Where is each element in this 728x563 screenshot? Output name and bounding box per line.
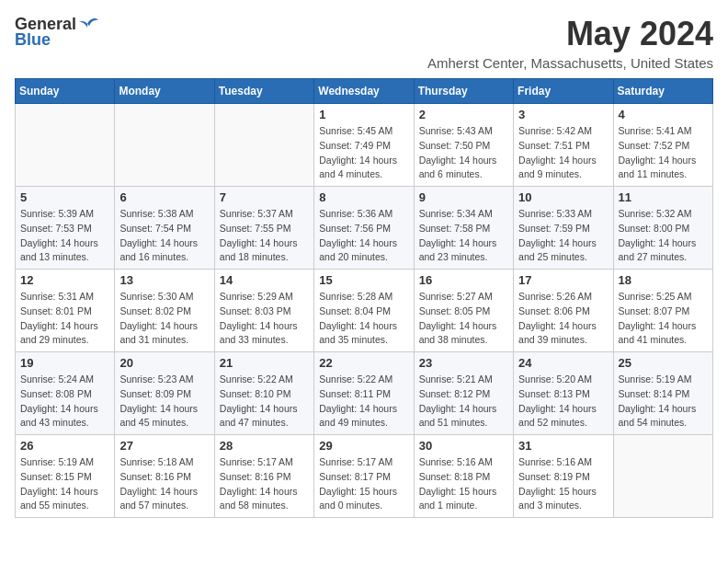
calendar-cell: 27Sunrise: 5:18 AM Sunset: 8:16 PM Dayli… — [115, 435, 214, 518]
day-number: 26 — [20, 439, 109, 453]
day-info: Sunrise: 5:22 AM Sunset: 8:10 PM Dayligh… — [220, 373, 309, 431]
day-info: Sunrise: 5:34 AM Sunset: 7:58 PM Dayligh… — [419, 207, 508, 265]
day-number: 14 — [220, 273, 309, 287]
calendar-cell: 6Sunrise: 5:38 AM Sunset: 7:54 PM Daylig… — [115, 187, 214, 270]
calendar-cell: 9Sunrise: 5:34 AM Sunset: 7:58 PM Daylig… — [414, 187, 513, 270]
calendar-week-row: 12Sunrise: 5:31 AM Sunset: 8:01 PM Dayli… — [16, 270, 713, 352]
day-number: 12 — [20, 273, 109, 287]
calendar-cell: 19Sunrise: 5:24 AM Sunset: 8:08 PM Dayli… — [16, 352, 115, 435]
day-number: 29 — [319, 439, 408, 453]
calendar-cell: 26Sunrise: 5:19 AM Sunset: 8:15 PM Dayli… — [16, 435, 115, 518]
weekday-header-thursday: Thursday — [414, 79, 513, 104]
day-number: 30 — [419, 439, 508, 453]
day-number: 16 — [419, 273, 508, 287]
logo: General Blue — [15, 15, 98, 50]
calendar-cell: 20Sunrise: 5:23 AM Sunset: 8:09 PM Dayli… — [115, 352, 214, 435]
calendar-cell — [16, 104, 115, 187]
calendar-cell: 7Sunrise: 5:37 AM Sunset: 7:55 PM Daylig… — [214, 187, 313, 270]
day-info: Sunrise: 5:16 AM Sunset: 8:18 PM Dayligh… — [419, 455, 508, 513]
calendar-cell — [214, 104, 313, 187]
day-info: Sunrise: 5:33 AM Sunset: 7:59 PM Dayligh… — [518, 207, 608, 265]
calendar-cell: 11Sunrise: 5:32 AM Sunset: 8:00 PM Dayli… — [613, 187, 712, 270]
day-info: Sunrise: 5:45 AM Sunset: 7:49 PM Dayligh… — [319, 124, 408, 182]
day-info: Sunrise: 5:16 AM Sunset: 8:19 PM Dayligh… — [518, 455, 608, 513]
day-number: 6 — [119, 190, 209, 204]
day-number: 7 — [220, 190, 309, 204]
day-info: Sunrise: 5:23 AM Sunset: 8:09 PM Dayligh… — [119, 373, 209, 431]
day-info: Sunrise: 5:30 AM Sunset: 8:02 PM Dayligh… — [119, 290, 209, 348]
day-number: 1 — [319, 108, 408, 121]
calendar-cell: 8Sunrise: 5:36 AM Sunset: 7:56 PM Daylig… — [314, 187, 414, 270]
day-number: 8 — [319, 190, 408, 204]
calendar-cell: 17Sunrise: 5:26 AM Sunset: 8:06 PM Dayli… — [514, 270, 613, 352]
day-number: 24 — [518, 356, 608, 370]
day-info: Sunrise: 5:43 AM Sunset: 7:50 PM Dayligh… — [419, 124, 508, 182]
day-info: Sunrise: 5:17 AM Sunset: 8:16 PM Dayligh… — [220, 455, 309, 513]
calendar-cell — [115, 104, 214, 187]
calendar-cell: 3Sunrise: 5:42 AM Sunset: 7:51 PM Daylig… — [514, 104, 613, 187]
day-info: Sunrise: 5:22 AM Sunset: 8:11 PM Dayligh… — [319, 373, 408, 431]
calendar-cell: 23Sunrise: 5:21 AM Sunset: 8:12 PM Dayli… — [414, 352, 513, 435]
day-number: 20 — [119, 356, 209, 370]
day-number: 2 — [419, 108, 508, 121]
day-number: 17 — [518, 273, 608, 287]
calendar-table: SundayMondayTuesdayWednesdayThursdayFrid… — [15, 78, 713, 518]
day-info: Sunrise: 5:31 AM Sunset: 8:01 PM Dayligh… — [20, 290, 109, 348]
calendar-week-row: 1Sunrise: 5:45 AM Sunset: 7:49 PM Daylig… — [16, 104, 713, 187]
day-number: 31 — [518, 439, 608, 453]
day-number: 22 — [319, 356, 408, 370]
day-info: Sunrise: 5:28 AM Sunset: 8:04 PM Dayligh… — [319, 290, 408, 348]
day-info: Sunrise: 5:17 AM Sunset: 8:17 PM Dayligh… — [319, 455, 408, 513]
calendar-cell: 5Sunrise: 5:39 AM Sunset: 7:53 PM Daylig… — [16, 187, 115, 270]
logo-blue-text: Blue — [15, 30, 51, 50]
calendar-cell: 31Sunrise: 5:16 AM Sunset: 8:19 PM Dayli… — [514, 435, 613, 518]
calendar-cell: 30Sunrise: 5:16 AM Sunset: 8:18 PM Dayli… — [414, 435, 513, 518]
day-number: 18 — [619, 273, 708, 287]
day-number: 23 — [419, 356, 508, 370]
weekday-header-monday: Monday — [115, 79, 214, 104]
day-number: 28 — [220, 439, 309, 453]
calendar-cell: 2Sunrise: 5:43 AM Sunset: 7:50 PM Daylig… — [414, 104, 513, 187]
weekday-header-tuesday: Tuesday — [214, 79, 313, 104]
day-info: Sunrise: 5:38 AM Sunset: 7:54 PM Dayligh… — [119, 207, 209, 265]
day-info: Sunrise: 5:27 AM Sunset: 8:05 PM Dayligh… — [419, 290, 508, 348]
weekday-header-wednesday: Wednesday — [314, 79, 414, 104]
calendar-week-row: 5Sunrise: 5:39 AM Sunset: 7:53 PM Daylig… — [16, 187, 713, 270]
day-info: Sunrise: 5:26 AM Sunset: 8:06 PM Dayligh… — [518, 290, 608, 348]
day-number: 25 — [619, 356, 708, 370]
calendar-week-row: 19Sunrise: 5:24 AM Sunset: 8:08 PM Dayli… — [16, 352, 713, 435]
day-info: Sunrise: 5:21 AM Sunset: 8:12 PM Dayligh… — [419, 373, 508, 431]
calendar-cell: 15Sunrise: 5:28 AM Sunset: 8:04 PM Dayli… — [314, 270, 414, 352]
weekday-header-saturday: Saturday — [613, 79, 712, 104]
calendar-week-row: 26Sunrise: 5:19 AM Sunset: 8:15 PM Dayli… — [16, 435, 713, 518]
calendar-cell: 25Sunrise: 5:19 AM Sunset: 8:14 PM Dayli… — [613, 352, 712, 435]
calendar-cell: 14Sunrise: 5:29 AM Sunset: 8:03 PM Dayli… — [214, 270, 313, 352]
day-info: Sunrise: 5:25 AM Sunset: 8:07 PM Dayligh… — [619, 290, 708, 348]
location-text: Amherst Center, Massachusetts, United St… — [427, 55, 713, 71]
day-info: Sunrise: 5:20 AM Sunset: 8:13 PM Dayligh… — [518, 373, 608, 431]
calendar-cell: 16Sunrise: 5:27 AM Sunset: 8:05 PM Dayli… — [414, 270, 513, 352]
day-number: 15 — [319, 273, 408, 287]
day-info: Sunrise: 5:36 AM Sunset: 7:56 PM Dayligh… — [319, 207, 408, 265]
day-info: Sunrise: 5:18 AM Sunset: 8:16 PM Dayligh… — [119, 455, 209, 513]
calendar-cell: 29Sunrise: 5:17 AM Sunset: 8:17 PM Dayli… — [314, 435, 414, 518]
day-number: 11 — [619, 190, 708, 204]
day-info: Sunrise: 5:19 AM Sunset: 8:15 PM Dayligh… — [20, 455, 109, 513]
day-number: 13 — [119, 273, 209, 287]
day-number: 9 — [419, 190, 508, 204]
weekday-header-row: SundayMondayTuesdayWednesdayThursdayFrid… — [16, 79, 713, 104]
calendar-cell: 10Sunrise: 5:33 AM Sunset: 7:59 PM Dayli… — [514, 187, 613, 270]
day-number: 10 — [518, 190, 608, 204]
day-info: Sunrise: 5:29 AM Sunset: 8:03 PM Dayligh… — [220, 290, 309, 348]
calendar-cell: 22Sunrise: 5:22 AM Sunset: 8:11 PM Dayli… — [314, 352, 414, 435]
day-number: 5 — [20, 190, 109, 204]
day-number: 3 — [518, 108, 608, 121]
title-section: May 2024 Amherst Center, Massachusetts, … — [427, 15, 713, 71]
day-info: Sunrise: 5:39 AM Sunset: 7:53 PM Dayligh… — [20, 207, 109, 265]
calendar-cell — [613, 435, 712, 518]
day-info: Sunrise: 5:24 AM Sunset: 8:08 PM Dayligh… — [20, 373, 109, 431]
day-number: 4 — [619, 108, 708, 121]
calendar-cell: 13Sunrise: 5:30 AM Sunset: 8:02 PM Dayli… — [115, 270, 214, 352]
day-info: Sunrise: 5:37 AM Sunset: 7:55 PM Dayligh… — [220, 207, 309, 265]
month-title: May 2024 — [427, 15, 713, 53]
